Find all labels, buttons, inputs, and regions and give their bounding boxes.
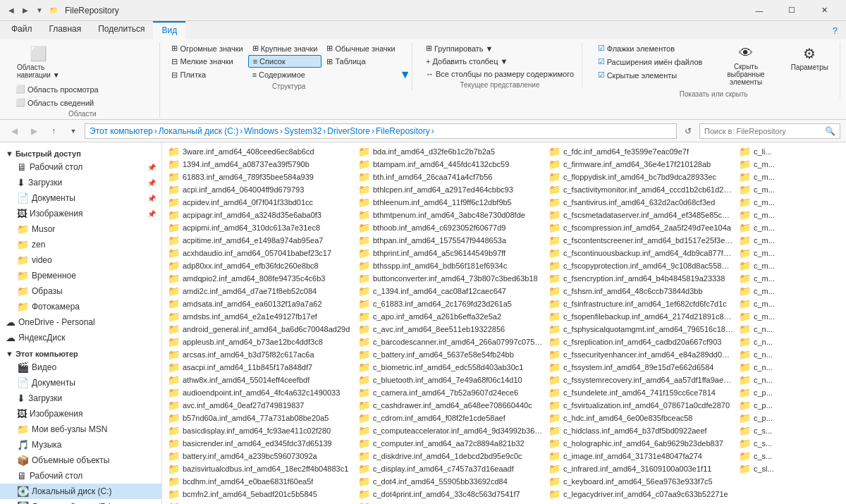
list-item[interactable]: 📁c_m... [736, 183, 846, 196]
list-item[interactable]: 📁c_m... [736, 234, 846, 247]
list-item[interactable]: 📁acpitime.inf_amd64_e1498a974ab95ea7 [165, 234, 355, 247]
list-item[interactable]: 📁c_m... [736, 297, 846, 310]
list-item[interactable]: 📁c_p... [736, 399, 846, 412]
list-item[interactable]: 📁61883.inf_amd64_789f35bee584a939 [165, 171, 355, 183]
sidebar-item-desktop2[interactable]: 🖥 Рабочий стол [0, 468, 161, 484]
list-item[interactable]: 📁btampam.inf_amd64_445fdc4132cbc59 [355, 158, 546, 171]
list-item[interactable]: 📁c_li... [736, 145, 846, 158]
sidebar-item-desktop[interactable]: 🖥 Рабочий стол 📌 [0, 159, 161, 175]
list-item[interactable]: 📁c_fsinfrastructure.inf_amd64_1ef682cfd6… [546, 297, 736, 310]
path-driverstore[interactable]: DriverStore [327, 126, 370, 136]
list-item[interactable]: 📁c_fscontentscreener.inf_amd64_bd1517e25… [546, 234, 736, 247]
list-item[interactable]: 📁c_fssystem.inf_amd64_89e15d7e662d6584 [546, 361, 736, 374]
path-disk[interactable]: Локальный диск (C:) [159, 126, 239, 136]
list-item[interactable]: 📁c_fscopyprotection.inf_amd64_9c108d8ac5… [546, 259, 736, 272]
list-item[interactable]: 📁amdsbs.inf_amd64_e2a1e49127fb17ef [165, 310, 355, 323]
list-item[interactable]: 📁c_hdc.inf_amd64_6e00e835fbceac58 [546, 412, 736, 424]
sidebar-item-img2[interactable]: 🖼 Изображения [0, 406, 161, 422]
large-icons-btn[interactable]: ⊞ Крупные значки [248, 42, 322, 54]
list-item[interactable]: 📁c_fsantivirus.inf_amd64_632d2ac0d68cf3e… [546, 196, 736, 209]
list-item[interactable]: 📁athw8x.inf_amd64_55014eff4ceefbdf [165, 374, 355, 386]
list-item[interactable]: 📁c_fdc.inf_amd64_fe3599e7eac09e7f [546, 145, 736, 158]
list-item[interactable]: 📁c_avc.inf_amd64_8ee511eb19322856 [355, 323, 546, 336]
list-item[interactable]: 📁c_m... [736, 158, 846, 171]
list-item[interactable]: 📁c_m... [736, 196, 846, 209]
list-item[interactable]: 📁c_fsvirtualization.inf_amd64_078671a0cd… [546, 399, 736, 412]
tab-file[interactable]: Файл [3, 21, 41, 39]
list-item[interactable]: 📁bthsspp.inf_amd64_bdb56f181ef6934c [355, 259, 546, 272]
sidebar-item-video[interactable]: 📁 video [0, 252, 161, 268]
hide-selected-btn[interactable]: 👁 Скрыть выбранныеэлементы [712, 42, 779, 89]
list-item[interactable]: 📁audioendpoint.inf_amd64_4fc4a632c149003… [165, 386, 355, 399]
list-item[interactable]: 📁c_n... [736, 348, 846, 361]
list-item[interactable]: 📁c_cashdrawer.inf_amd64_a648ee708660440c [355, 399, 546, 412]
list-item[interactable]: 📁buttonconverter.inf_amd64_73b807c3bed63… [355, 272, 546, 285]
list-item[interactable]: 📁c_fssecurityenhancer.inf_amd64_e84a289d… [546, 348, 736, 361]
list-item[interactable]: 📁acpipagr.inf_amd64_a3248d35e6aba0f3 [165, 209, 355, 221]
hidden-items-btn[interactable]: ☑ Скрытые элементы [594, 69, 707, 81]
recent-locations-btn[interactable]: ▼ [65, 123, 82, 140]
help-icon[interactable]: ? [833, 25, 838, 36]
list-item[interactable]: 📁c_fshsm.inf_amd64_48c6ccb73844d3bb [546, 285, 736, 297]
structure-expand-btn[interactable]: ▼ [400, 68, 410, 81]
list-item[interactable]: 📁c_computeaccelerator.inf_amd64_9d34992b… [355, 424, 546, 437]
list-item[interactable]: 📁1394.inf_amd64_a08737ea39f5790b [165, 158, 355, 171]
tab-home[interactable]: Главная [41, 21, 90, 39]
list-item[interactable]: 📁c_camera.inf_amd64_7b52a9607d24ece6 [355, 386, 546, 399]
list-item[interactable]: 📁c_m... [736, 310, 846, 323]
list-item[interactable]: 📁c_holographic.inf_amd64_6ab9629b23deb83… [546, 437, 736, 450]
list-item[interactable]: 📁c_p... [736, 386, 846, 399]
list-item[interactable]: 📁bthpan.inf_amd64_1575547f9448653a [355, 234, 546, 247]
add-column-btn[interactable]: + Добавить столбец ▼ [422, 56, 578, 67]
list-item[interactable]: 📁arcsas.inf_amd64_b3d75f82c617ac6a [165, 348, 355, 361]
address-path[interactable]: Этот компьютер › Локальный диск (C:) › W… [85, 123, 677, 139]
list-item[interactable]: 📁c_legacydriver.inf_amd64_c07aa9c633b522… [546, 488, 736, 500]
list-item[interactable]: 📁c_1394.inf_amd64_cac08af12caec647 [355, 285, 546, 297]
up-button[interactable]: ↑ [45, 123, 62, 140]
list-item[interactable]: 📁bcmwdidhdpcie.inf_amd64_977dcc915465b0e… [165, 500, 355, 504]
list-item[interactable]: 📁c_m... [736, 259, 846, 272]
list-item[interactable]: 📁c_fsactivitymonitor.inf_amd64_cccd1b2cb… [546, 183, 736, 196]
list-item[interactable]: 📁c_n... [736, 336, 846, 348]
list-item[interactable]: 📁c_fsundelete.inf_amd64_741f159cc6ce7814 [546, 386, 736, 399]
list-item[interactable]: 📁c_computer.inf_amd64_aa72c8894a821b32 [355, 437, 546, 450]
list-item[interactable]: 📁c_n... [736, 361, 846, 374]
list-item[interactable]: 📁android_general.inf_amd64_ba6d6c70048ad… [165, 323, 355, 336]
list-item[interactable]: 📁bcdhm.inf_amd64_e0bae6831f60ea5f [165, 475, 355, 488]
list-item[interactable]: 📁c_infrared.inf_amd64_31609100a003e1f11 [546, 462, 736, 475]
list-item[interactable]: 📁bda.inf_amd64_d32fe6b1c2b7b2a5 [355, 145, 546, 158]
list-item[interactable]: 📁basicrender.inf_amd64_ed345fdc37d65139 [165, 437, 355, 450]
sidebar-item-camera[interactable]: 📁 Фотокамера [0, 299, 161, 314]
list-item[interactable]: 📁bazisvirtualcdbus.inf_amd64_18ec2ff4b04… [165, 462, 355, 475]
tile-btn[interactable]: ⊟ Плитка [167, 69, 247, 81]
list-item[interactable]: 📁c_cdrom.inf_amd64_f08f2fe1cde58aef [355, 412, 546, 424]
sidebar-item-onedrive[interactable]: ☁ OneDrive - Personal [0, 314, 161, 330]
list-item[interactable]: 📁c_n... [736, 323, 846, 336]
list-item[interactable]: 📁appleusb.inf_amd64_b73ae12bc4ddf3c8 [165, 336, 355, 348]
sidebar-item-3d[interactable]: 📦 Объемные объекты [0, 453, 161, 468]
maximize-button[interactable]: ☐ [776, 0, 808, 21]
list-item[interactable]: 📁asacpi.inf_amd64_11b845f17a848df7 [165, 361, 355, 374]
list-item[interactable]: 📁c_n... [736, 374, 846, 386]
list-item[interactable]: 📁c_apo.inf_amd64_a261b6effa32e5a2 [355, 310, 546, 323]
list-item[interactable]: 📁c_diskdrive.inf_amd64_1debcd2bd95e9c0c [355, 450, 546, 462]
sidebar-item-documents[interactable]: 📄 Документы 📌 [0, 190, 161, 206]
params-btn[interactable]: ⚙ Параметры [785, 42, 834, 74]
list-item[interactable]: 📁b57nd60a.inf_amd64_77a731ab08be20a5 [165, 412, 355, 424]
list-item[interactable]: 📁c_m... [736, 272, 846, 285]
list-item[interactable]: 📁c_keyboard.inf_amd64_56ea9763e933f7c5 [546, 475, 736, 488]
group-by-btn[interactable]: ⊞ Группировать ▼ [422, 42, 578, 54]
refresh-button[interactable]: ↺ [680, 123, 697, 140]
search-input[interactable] [704, 127, 822, 135]
sidebar-item-video2[interactable]: 🎬 Видео [0, 359, 161, 375]
sidebar-item-dl2[interactable]: ⬇ Загрузки [0, 391, 161, 406]
list-item[interactable]: 📁amdsata.inf_amd64_ea60132f1a9a7a62 [165, 297, 355, 310]
file-extensions-btn[interactable]: ☑ Расширения имён файлов [594, 56, 707, 68]
list-item[interactable]: 📁c_barcodescanner.inf_amd64_266a07997c07… [355, 336, 546, 348]
path-computer[interactable]: Этот компьютер [90, 126, 153, 136]
list-item[interactable]: 📁avc.inf_amd64_0eaf27d749819837 [165, 399, 355, 412]
list-item[interactable]: 📁c_fsreplication.inf_amd64_cadbd20a667cf… [546, 336, 736, 348]
back-button[interactable]: ◀ [6, 123, 23, 140]
list-item[interactable]: 📁c_extension.inf_amd64_7891c7d003f5e96b [355, 500, 546, 504]
list-item[interactable]: 📁c_fscsmetadataserver.inf_amd64_ef3485e8… [546, 209, 736, 221]
